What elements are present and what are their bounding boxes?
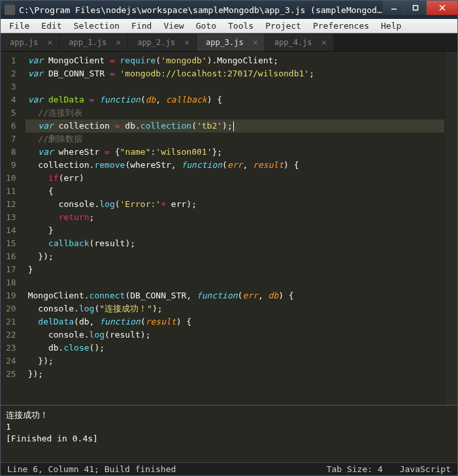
code-line[interactable]: //连接到表 [25, 106, 444, 119]
menu-preferences[interactable]: Preferences [307, 20, 375, 32]
code-line[interactable]: var DB_CONN_STR = 'mongodb://localhost:2… [25, 67, 444, 80]
code-line[interactable]: callback(result); [25, 237, 444, 250]
menu-goto[interactable]: Goto [190, 20, 222, 32]
console-line: [Finished in 0.4s] [6, 433, 452, 445]
editor[interactable]: 1234567891011121314151617181920212223242… [1, 52, 457, 405]
tab-app_2-js[interactable]: app_2.js× [128, 34, 196, 51]
tab-app_4-js[interactable]: app_4.js× [265, 34, 333, 51]
status-left: Line 6, Column 41; Build finished [7, 464, 176, 474]
menu-help[interactable]: Help [375, 20, 407, 32]
status-syntax[interactable]: JavaScript [400, 464, 451, 474]
code-line[interactable]: }); [25, 368, 444, 381]
code-line[interactable]: console.log('Error:'+ err); [25, 198, 444, 211]
tab-app_1-js[interactable]: app_1.js× [59, 34, 127, 51]
code-line[interactable]: console.log(result); [25, 328, 444, 341]
code-area[interactable]: var MongoClient = require('mongodb').Mon… [25, 52, 444, 405]
code-line[interactable]: var whereStr = {"name":'wilson001'}; [25, 146, 444, 159]
code-line[interactable]: var MongoClient = require('mongodb').Mon… [25, 54, 444, 67]
code-line[interactable]: var collection = db.collection('tb2'); [25, 119, 444, 133]
menubar: FileEditSelectionFindViewGotoToolsProjec… [1, 19, 457, 33]
line-gutter: 1234567891011121314151617181920212223242… [1, 52, 25, 405]
tab-close-icon[interactable]: × [184, 38, 189, 46]
build-output-panel[interactable]: 连接成功！1[Finished in 0.4s] [1, 405, 457, 462]
code-line[interactable]: collection.remove(whereStr, function(err… [25, 159, 444, 172]
maximize-button[interactable] [404, 1, 426, 15]
tab-close-icon[interactable]: × [321, 38, 327, 46]
tab-app-js[interactable]: app.js× [1, 34, 59, 51]
minimize-button[interactable] [383, 1, 404, 15]
statusbar: Line 6, Column 41; Build finished Tab Si… [1, 462, 457, 475]
app-icon [5, 5, 15, 15]
tab-close-icon[interactable]: × [48, 38, 53, 46]
tab-app_3-js[interactable]: app_3.js× [197, 34, 265, 51]
tab-close-icon[interactable]: × [116, 38, 121, 46]
code-line[interactable]: db.close(); [25, 341, 444, 355]
app-window: C:\Program Files\nodejs\workspace\sample… [0, 0, 458, 476]
code-line[interactable]: }); [25, 355, 444, 368]
code-line[interactable]: return; [25, 211, 444, 224]
code-line[interactable]: if(err) [25, 172, 444, 185]
window-controls [383, 1, 457, 15]
code-line[interactable]: console.log("连接成功！"); [25, 302, 444, 315]
window-title: C:\Program Files\nodejs\workspace\sample… [19, 5, 383, 15]
menu-selection[interactable]: Selection [68, 20, 125, 32]
close-button[interactable] [426, 1, 457, 15]
code-line[interactable]: }); [25, 250, 444, 263]
menu-tools[interactable]: Tools [222, 20, 259, 32]
code-line[interactable] [25, 80, 444, 93]
code-line[interactable]: //删除数据 [25, 133, 444, 146]
menu-file[interactable]: File [3, 20, 35, 32]
code-line[interactable]: } [25, 263, 444, 276]
menu-find[interactable]: Find [125, 20, 157, 32]
status-tab-size[interactable]: Tab Size: 4 [327, 464, 383, 474]
console-line: 连接成功！ [6, 409, 452, 421]
code-line[interactable]: delData(db, function(result) { [25, 315, 444, 328]
tab-close-icon[interactable]: × [253, 38, 258, 46]
console-line: 1 [6, 421, 452, 433]
titlebar[interactable]: C:\Program Files\nodejs\workspace\sample… [1, 1, 457, 19]
tabbar: app.js×app_1.js×app_2.js×app_3.js×app_4.… [1, 33, 457, 52]
minimap[interactable] [444, 52, 457, 405]
menu-project[interactable]: Project [259, 20, 307, 32]
menu-edit[interactable]: Edit [35, 20, 67, 32]
code-line[interactable] [25, 276, 444, 289]
code-line[interactable]: MongoClient.connect(DB_CONN_STR, functio… [25, 289, 444, 302]
code-line[interactable]: } [25, 224, 444, 237]
code-line[interactable]: var delData = function(db, callback) { [25, 93, 444, 106]
code-line[interactable]: { [25, 185, 444, 198]
menu-view[interactable]: View [157, 20, 189, 32]
svg-rect-1 [414, 6, 418, 10]
